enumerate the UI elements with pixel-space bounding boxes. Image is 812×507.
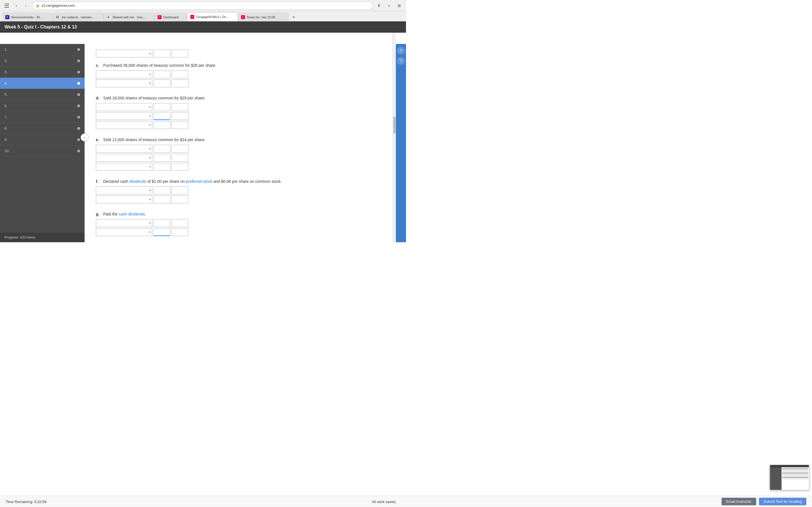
section-e-input-2b[interactable] [171, 154, 188, 162]
section-d-select-1[interactable] [96, 103, 152, 111]
scroll-thumb[interactable] [393, 117, 396, 133]
sidebar-item-3[interactable]: 3. [0, 66, 85, 78]
sidebar-item-4[interactable]: 4. [0, 78, 85, 89]
section-c-select-1[interactable] [96, 70, 152, 78]
section-e-input-3a[interactable] [153, 163, 170, 171]
section-g-select-1-input[interactable] [96, 219, 152, 227]
section-f-select-2-input[interactable] [96, 195, 152, 203]
back-btn[interactable]: ‹ [12, 2, 20, 10]
section-f-input-2a[interactable] [153, 195, 170, 203]
section-f-input-1a[interactable] [153, 186, 170, 194]
section-f-select-1[interactable] [96, 186, 152, 194]
section-c-input-1b[interactable] [171, 70, 188, 78]
section-f-select-2[interactable] [96, 195, 152, 203]
label-text-f: Declared cash dividends of $1.00 per sha… [103, 179, 282, 184]
sidebar-item-10[interactable]: 10. [0, 145, 85, 157]
section-d-select-2[interactable] [96, 112, 152, 120]
new-tab-btn[interactable]: + [385, 2, 393, 10]
section-g-select-2[interactable] [96, 228, 152, 236]
tab-announcements[interactable]: B Announcements – Blackboard L... × [2, 13, 53, 21]
share-btn[interactable]: ⬆ [375, 2, 383, 10]
top-select-wrapper-1[interactable] [96, 50, 152, 57]
section-d-input-3b[interactable] [171, 121, 188, 129]
label-text-c: Purchased 36,000 shares of treasury comm… [103, 63, 216, 68]
label-text-e: Sold 12,000 shares of treasury common fo… [103, 137, 206, 142]
section-e-input-1b[interactable] [171, 145, 188, 153]
section-g-select-1[interactable] [96, 219, 152, 227]
section-d-input-2b[interactable] [171, 112, 188, 120]
section-g-input-1b[interactable] [171, 219, 188, 227]
tab-label-texas: Texas Inc. has 10,000 shares o... [247, 15, 280, 19]
section-e-select-2[interactable] [96, 154, 152, 162]
tab-icon-drive: ▲ [107, 15, 111, 19]
section-g-input-2a[interactable] [153, 228, 170, 236]
sidebar-item-6[interactable]: 6. [0, 100, 85, 112]
forward-btn[interactable]: › [22, 2, 30, 10]
right-icon-2[interactable]: ? [397, 57, 405, 65]
sidebar-item-9[interactable]: 9. [0, 134, 85, 145]
question-section-c: c. Purchased 36,000 shares of treasury c… [96, 63, 381, 87]
section-f-input-2b[interactable] [171, 195, 188, 203]
tab-dashboard[interactable]: C Dashboard × [154, 13, 187, 21]
section-g-row-1 [96, 219, 381, 227]
section-d-select-2-input[interactable] [96, 112, 152, 120]
sidebar-item-8-label: 8. [4, 126, 77, 130]
top-select-1[interactable] [96, 50, 152, 57]
section-d-row-3 [96, 121, 381, 129]
section-c-select-2[interactable] [96, 79, 152, 87]
sidebar-item-8[interactable]: 8. [0, 123, 85, 134]
section-e-select-3[interactable] [96, 163, 152, 171]
section-d-select-1-input[interactable] [96, 103, 152, 111]
section-f-input-1b[interactable] [171, 186, 188, 194]
section-e-input-3b[interactable] [171, 163, 188, 171]
sidebar-toggle-btn[interactable] [3, 2, 11, 10]
section-e-select-1[interactable] [96, 145, 152, 153]
section-e-input-1a[interactable] [153, 145, 170, 153]
sidebar-item-6-label: 6. [4, 104, 77, 108]
tab-texas[interactable]: C Texas Inc. has 10,000 shares o... × [238, 13, 289, 21]
section-d-input-1b[interactable] [171, 103, 188, 111]
right-icon-1[interactable]: ? [397, 47, 405, 55]
sidebar-item-1[interactable]: 1. [0, 44, 85, 55]
section-g-input-1a[interactable] [153, 219, 170, 227]
section-g-input-2b[interactable] [171, 228, 188, 236]
top-number-input-1a[interactable] [153, 50, 170, 57]
section-d-input-1a[interactable] [153, 103, 170, 111]
section-c-select-1-input[interactable] [96, 70, 152, 78]
top-number-input-1b[interactable] [171, 50, 188, 57]
section-d-input-3a[interactable] [153, 121, 170, 129]
sidebar-item-2[interactable]: 2. [0, 55, 85, 66]
progress-area: Progress: 4/10 items [0, 233, 85, 242]
grid-btn[interactable]: ⊞ [395, 2, 403, 10]
section-g-select-2-input[interactable] [96, 228, 152, 236]
link-preferred-stock[interactable]: preferred stock [186, 179, 212, 184]
link-dividends-f[interactable]: dividends [130, 179, 146, 184]
section-e-select-1-input[interactable] [96, 145, 152, 153]
tab-drive[interactable]: ▲ Shared with me - Google Drive × [104, 13, 154, 21]
section-c-input-1a[interactable] [153, 70, 170, 78]
section-d-input-2a[interactable] [153, 112, 170, 120]
sidebar-item-3-dot [77, 71, 80, 73]
new-tab-add-btn[interactable]: + [290, 13, 298, 21]
section-d-select-3-input[interactable] [96, 121, 152, 129]
sidebar-item-5[interactable]: 5. [0, 89, 85, 100]
section-f-select-1-input[interactable] [96, 186, 152, 194]
section-d-select-3[interactable] [96, 121, 152, 129]
collapse-sidebar-btn[interactable]: ‹ [81, 133, 89, 142]
label-text-g: Paid the cash dividends. [103, 212, 146, 216]
link-cash-dividends[interactable]: cash dividends [119, 212, 145, 216]
section-e-select-2-input[interactable] [96, 154, 152, 162]
content-scrollbar[interactable] [393, 33, 396, 242]
address-bar[interactable]: 🔒 v2.cengagenow.com [32, 2, 373, 10]
section-c-input-2b[interactable] [171, 79, 188, 87]
sidebar-item-7[interactable]: 7. [0, 112, 85, 123]
section-e-select-3-input[interactable] [96, 163, 152, 171]
question-section-e: e. Sold 12,000 shares of treasury common… [96, 137, 381, 171]
tab-gmail[interactable]: M (no subject) - naimam4343@g... × [53, 13, 104, 21]
section-e-input-2a[interactable] [153, 154, 170, 162]
label-text-d: Sold 18,000 shares of treasury common fo… [103, 96, 206, 100]
question-sidebar: 1. 2. 3. 4. 5. 6. 7. [0, 44, 85, 242]
section-c-input-2a[interactable] [153, 79, 170, 87]
tab-cengage[interactable]: C CengageNOWv2 | Online teachi... × [187, 13, 238, 21]
section-c-select-2-input[interactable] [96, 79, 152, 87]
